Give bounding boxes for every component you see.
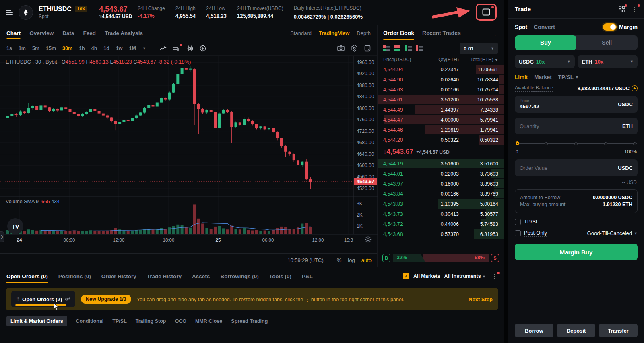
- tpsl-checkbox[interactable]: [515, 219, 521, 225]
- orderbook-tab-recent-trades[interactable]: Recent Trades: [422, 26, 461, 40]
- tab-convert[interactable]: Convert: [534, 24, 555, 30]
- last-trade-row[interactable]: ↓4,543.67 ≈4,544.57 USD: [378, 145, 504, 159]
- orderbook-row[interactable]: 4,543.831.103955.00164: [378, 199, 504, 209]
- orderbook-tab-order-book[interactable]: Order Book: [383, 26, 414, 40]
- timeframe-15m[interactable]: 15m: [46, 45, 56, 51]
- orderbook-row[interactable]: 4,544.940.2734711.05691: [378, 64, 504, 74]
- subtab-oco[interactable]: OCO: [175, 318, 186, 324]
- orderbook-row[interactable]: 4,543.730.304135.30577: [378, 209, 504, 219]
- order-value-input[interactable]: Order Value USDC: [515, 159, 638, 176]
- order-type-tpsl[interactable]: TP/SL ▼: [558, 74, 579, 80]
- orderbook-row[interactable]: 4,543.840.001663.89769: [378, 189, 504, 199]
- timeframe-1m[interactable]: 1m: [19, 45, 26, 51]
- layout-grid-icon[interactable]: [619, 6, 625, 12]
- subtab-trailing-stop[interactable]: Trailing Stop: [136, 318, 166, 324]
- buy-tab[interactable]: Buy: [515, 35, 576, 50]
- deposit-plus-icon[interactable]: +: [632, 85, 638, 91]
- orderbook-row[interactable]: 4,543.680.573706.31953: [378, 229, 504, 239]
- subtab-conditional[interactable]: Conditional: [76, 318, 104, 324]
- hide-tab-eye-off-icon[interactable]: [65, 297, 70, 302]
- chart-settings-icon[interactable]: [351, 45, 358, 52]
- view-split-icon[interactable]: [394, 45, 401, 51]
- orderbook-row[interactable]: 4,544.613.5120010.75538: [378, 95, 504, 105]
- all-markets-label[interactable]: All Markets: [413, 273, 440, 279]
- next-step-button[interactable]: Next Step: [469, 296, 493, 302]
- bottom-tab-tools-0-[interactable]: Tools (0): [269, 268, 291, 285]
- trade-panel-menu-icon[interactable]: ⋮: [632, 6, 638, 13]
- bottom-tab-order-history[interactable]: Order History: [101, 268, 136, 285]
- drawing-toolbar-toggle[interactable]: ❯: [0, 231, 4, 242]
- orderbook-panel-toggle-button[interactable]: [476, 4, 497, 21]
- orderbook-row[interactable]: 4,544.474.000005.79941: [378, 115, 504, 125]
- bottom-panel-menu-icon[interactable]: ⋮: [491, 273, 497, 280]
- bottom-tab-p-l[interactable]: P&L: [302, 268, 313, 285]
- sell-tab[interactable]: Sell: [576, 35, 638, 50]
- subtab-limit-market-orders[interactable]: Limit & Market Orders: [6, 316, 67, 326]
- quantity-slider[interactable]: [516, 141, 637, 147]
- base-asset-select[interactable]: ETH 10x ▼: [578, 55, 638, 68]
- orderbook-row[interactable]: 4,543.720.440065.74583: [378, 219, 504, 229]
- indicators-icon[interactable]: [173, 45, 180, 51]
- orderbook-row[interactable]: 4,544.193.516003.51600: [378, 159, 504, 169]
- timeframe-1d[interactable]: 1d: [103, 45, 109, 51]
- transfer-button[interactable]: Transfer: [599, 324, 638, 337]
- auto-scale-button[interactable]: auto: [361, 257, 372, 263]
- snapshot-icon[interactable]: [337, 45, 345, 51]
- bottom-tab-positions-0-[interactable]: Positions (0): [58, 268, 91, 285]
- chart-mode-tradingview[interactable]: TradingView: [319, 30, 349, 36]
- timeframe-1h[interactable]: 1h: [79, 45, 85, 51]
- orderbook-row[interactable]: 4,544.461.296191.79941: [378, 125, 504, 135]
- fullscreen-icon[interactable]: [364, 45, 371, 52]
- chart-canvas[interactable]: ETHUSDC . 30 . Bybit O4551.99 H4560.13 L…: [0, 56, 377, 253]
- axis-settings-gear-icon[interactable]: [365, 236, 372, 244]
- compare-icon[interactable]: [187, 45, 193, 51]
- bottom-tab-assets[interactable]: Assets: [192, 268, 210, 285]
- tab-spot[interactable]: Spot: [515, 24, 527, 30]
- bottom-tab-borrowings-0-[interactable]: Borrowings (0): [220, 268, 258, 285]
- orderbook-row[interactable]: 4,544.010.220033.73603: [378, 169, 504, 179]
- candlestick-chart[interactable]: 4960.004920.004880.004840.004800.004760.…: [0, 56, 378, 246]
- orderbook-row[interactable]: 4,544.491.443977.24338: [378, 105, 504, 115]
- log-scale-button[interactable]: log: [348, 257, 355, 263]
- subtab-mmr-close[interactable]: MMR Close: [195, 318, 222, 324]
- chart-mode-standard[interactable]: Standard: [290, 30, 312, 36]
- chart-tab-feed[interactable]: Feed: [83, 26, 96, 40]
- markets-menu-icon[interactable]: [6, 10, 13, 15]
- post-only-checkbox[interactable]: [515, 230, 521, 236]
- orderbook-menu-icon[interactable]: ⋮: [492, 29, 498, 37]
- timeframe-30m[interactable]: 30m: [62, 45, 72, 51]
- percent-scale-button[interactable]: %: [337, 257, 342, 263]
- deposit-button[interactable]: Deposit: [557, 324, 596, 337]
- orderbook-row[interactable]: 4,544.900.0264010.78344: [378, 74, 504, 85]
- bottom-tab-trade-history[interactable]: Trade History: [147, 268, 182, 285]
- order-type-limit[interactable]: Limit: [515, 74, 528, 80]
- tradingview-logo[interactable]: TV: [7, 218, 23, 234]
- subtab-tp-sl[interactable]: TP/SL: [112, 318, 126, 324]
- subtab-spread-trading[interactable]: Spread Trading: [231, 318, 268, 324]
- view-both-icon[interactable]: [383, 45, 390, 51]
- chart-tab-data[interactable]: Data: [62, 26, 74, 40]
- time-in-force-select[interactable]: Good-Till-Canceled ▼: [587, 230, 638, 236]
- drag-handle-icon[interactable]: ⠿: [16, 297, 19, 302]
- timeframe-4h[interactable]: 4h: [91, 45, 97, 51]
- orderbook-row[interactable]: 4,544.630.0016610.75704: [378, 85, 504, 95]
- timeframe-1s[interactable]: 1s: [6, 45, 12, 51]
- pair-block[interactable]: ETH/USDC 10X Spot: [39, 5, 87, 20]
- timeframe-more-caret[interactable]: ▼: [142, 46, 146, 50]
- all-instruments-select[interactable]: All Instruments ▼: [444, 273, 486, 279]
- all-markets-checkbox[interactable]: ✓: [403, 273, 409, 279]
- chart-tab-overview[interactable]: Overview: [29, 26, 54, 40]
- chart-tab-trade-analysis[interactable]: Trade Analysis: [105, 26, 143, 40]
- bottom-tab-open-orders-0-[interactable]: Open Orders (0): [6, 268, 48, 285]
- timeframe-5m[interactable]: 5m: [32, 45, 39, 51]
- order-type-market[interactable]: Market: [534, 74, 552, 80]
- open-orders-chip[interactable]: ⠿ Open Orders (2): [11, 291, 75, 307]
- borrow-button[interactable]: Borrow: [515, 324, 553, 337]
- chart-mode-depth[interactable]: Depth: [357, 30, 371, 36]
- orderbook-row[interactable]: 4,544.200.503220.50322: [378, 135, 504, 145]
- precision-select[interactable]: 0.01▼: [460, 43, 498, 54]
- timeframe-1w[interactable]: 1w: [116, 45, 123, 51]
- view-bids-icon[interactable]: [405, 45, 412, 51]
- chart-style-icon[interactable]: [159, 45, 167, 51]
- orderbook-row[interactable]: 4,543.970.160003.89603: [378, 179, 504, 189]
